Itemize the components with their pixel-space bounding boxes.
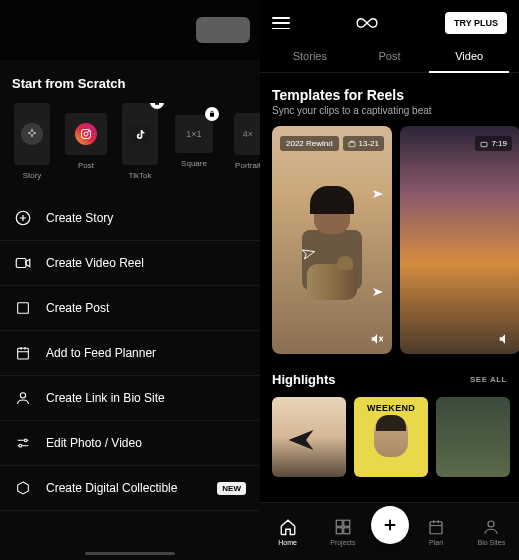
svg-rect-4 (16, 259, 26, 268)
reel-card-1[interactable]: 2022 Rewind 13-21 (272, 126, 392, 354)
format-post[interactable]: Post (64, 103, 108, 180)
top-logo (112, 14, 148, 34)
sliders-icon (14, 434, 32, 452)
format-portrait[interactable]: 4× Portrait (226, 103, 260, 180)
svg-rect-16 (430, 521, 442, 533)
format-square[interactable]: 1×1 Square (172, 103, 216, 180)
bottom-nav: Home Projects Plan Bio Sites (260, 502, 519, 560)
mute-icon[interactable] (370, 332, 384, 346)
person-icon (482, 518, 500, 536)
svg-point-1 (84, 132, 88, 136)
video-icon (14, 254, 32, 272)
svg-point-8 (24, 439, 27, 442)
reel-thumb (272, 126, 392, 354)
plus-circle-icon (14, 209, 32, 227)
svg-rect-14 (336, 527, 342, 533)
face-thumb (374, 417, 408, 457)
create-video-reel[interactable]: Create Video Reel (0, 241, 260, 286)
tab-post[interactable]: Post (350, 42, 430, 72)
svg-point-7 (20, 393, 25, 398)
calendar-icon (427, 518, 445, 536)
nav-add-fab[interactable] (371, 506, 409, 544)
format-tiktok[interactable]: TikTok (118, 103, 162, 180)
nav-home[interactable]: Home (260, 518, 315, 546)
instagram-icon (75, 123, 97, 145)
speaker-icon[interactable] (498, 332, 512, 346)
format-row: Story Post TikTok 1×1 Square 4× Portrait (0, 103, 260, 180)
home-indicator (85, 552, 175, 555)
calendar-icon (14, 344, 32, 362)
plane-icon (372, 286, 384, 298)
app-logo (353, 15, 381, 31)
highlights-row: WEEKEND (260, 397, 519, 477)
left-top-bar (0, 0, 260, 60)
person-icon (14, 389, 32, 407)
scratch-pane: Start from Scratch Story Post TikTok 1×1… (0, 0, 260, 560)
svg-point-2 (88, 131, 89, 132)
create-story[interactable]: Create Story (0, 196, 260, 241)
lock-icon (205, 107, 219, 121)
plus-icon (381, 516, 399, 534)
weekend-label: WEEKEND (367, 403, 415, 413)
nav-plan[interactable]: Plan (409, 518, 464, 546)
reel-card-2[interactable]: 7:19 (400, 126, 519, 354)
plane-icon (286, 425, 316, 455)
svg-rect-5 (18, 303, 29, 314)
nav-bio-sites[interactable]: Bio Sites (464, 518, 519, 546)
highlights-title: Highlights (272, 372, 336, 387)
edit-photo-video[interactable]: Edit Photo / Video (0, 421, 260, 466)
plane-icon (372, 188, 384, 200)
sparkle-icon (21, 123, 43, 145)
svg-rect-12 (336, 520, 342, 526)
create-post[interactable]: Create Post (0, 286, 260, 331)
right-header: TRY PLUS (260, 0, 519, 42)
templates-subtitle: Sync your clips to a captivating beat (260, 105, 519, 126)
reel-row: 2022 Rewind 13-21 7:19 (260, 126, 519, 354)
svg-rect-15 (344, 527, 350, 533)
svg-point-9 (19, 444, 22, 447)
square-icon (14, 299, 32, 317)
tab-stories[interactable]: Stories (270, 42, 350, 72)
right-content: Templates for Reels Sync your clips to a… (260, 73, 519, 517)
svg-rect-13 (344, 520, 350, 526)
try-plus-button[interactable]: TRY PLUS (445, 12, 507, 34)
hexagon-icon (14, 479, 32, 497)
tab-video[interactable]: Video (429, 42, 509, 72)
home-icon (279, 518, 297, 536)
lock-icon (150, 103, 164, 109)
tiktok-icon (129, 123, 151, 145)
svg-rect-11 (481, 142, 487, 146)
action-list: Create Story Create Video Reel Create Po… (0, 196, 260, 511)
nav-projects[interactable]: Projects (315, 518, 370, 546)
highlight-card-3[interactable] (436, 397, 510, 477)
create-bio-link[interactable]: Create Link in Bio Site (0, 376, 260, 421)
svg-rect-6 (18, 348, 29, 359)
svg-point-17 (488, 521, 494, 527)
highlight-card-1[interactable] (272, 397, 346, 477)
see-all-link[interactable]: SEE ALL (470, 375, 507, 384)
video-pane: TRY PLUS Stories Post Video Templates fo… (260, 0, 519, 560)
menu-icon[interactable] (10, 16, 38, 44)
format-story[interactable]: Story (10, 103, 54, 180)
grid-icon (334, 518, 352, 536)
scratch-title: Start from Scratch (0, 60, 260, 103)
highlights-header: Highlights SEE ALL (260, 354, 519, 397)
highlight-card-weekend[interactable]: WEEKEND (354, 397, 428, 477)
templates-title: Templates for Reels (260, 73, 519, 105)
reel-duration: 7:19 (475, 136, 512, 151)
add-feed-planner[interactable]: Add to Feed Planner (0, 331, 260, 376)
new-badge: NEW (217, 482, 246, 495)
hamburger-icon[interactable] (272, 17, 290, 29)
create-collectible[interactable]: Create Digital Collectible NEW (0, 466, 260, 511)
content-tabs: Stories Post Video (260, 42, 519, 73)
top-right-pill[interactable] (196, 17, 250, 43)
